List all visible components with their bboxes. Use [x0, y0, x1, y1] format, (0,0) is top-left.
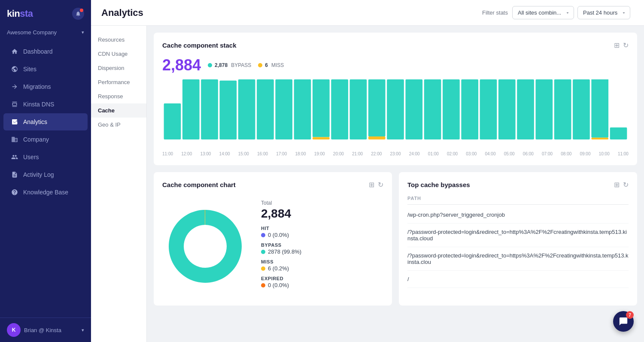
- subnav-item-resources[interactable]: Resources: [91, 33, 146, 47]
- time-labels: 11:0012:0013:0014:0015:0016:0017:0018:00…: [162, 150, 629, 156]
- svg-rect-11: [331, 79, 348, 139]
- svg-rect-15: [387, 79, 404, 139]
- sidebar-item-analytics[interactable]: Analytics: [3, 113, 88, 130]
- refresh-icon[interactable]: ↻: [623, 41, 629, 49]
- time-label: 04:00: [485, 151, 495, 156]
- expired-count: 0 (0.0%): [268, 282, 289, 288]
- top-bypasses-card: Top cache bypasses ⊞ ↻ PATH /wp-cron.php…: [399, 172, 637, 306]
- svg-rect-22: [517, 79, 534, 139]
- bypasses-expand-icon[interactable]: ⊞: [614, 181, 620, 189]
- miss-dot: [258, 63, 262, 67]
- user-chevron-icon: ▾: [82, 327, 84, 333]
- charts-area: Cache component stack ⊞ ↻ 2,884 2,878 BY…: [147, 26, 644, 342]
- time-label: 06:00: [523, 151, 534, 156]
- top-bypasses-title: Top cache bypasses: [407, 181, 470, 188]
- company-selector[interactable]: Awesome Company ▾: [0, 26, 91, 39]
- svg-rect-16: [405, 79, 422, 139]
- sidebar-item-migrations[interactable]: Migrations: [3, 78, 88, 95]
- miss-donut-dot: [261, 266, 265, 271]
- page-title: Analytics: [101, 7, 482, 18]
- time-label: 14:00: [219, 151, 230, 156]
- subnav-item-dispersion[interactable]: Dispersion: [91, 61, 146, 75]
- chat-button[interactable]: 7: [613, 311, 634, 332]
- hit-dot: [261, 233, 265, 237]
- legend-bypass-row: BYPASS 2878 (99.8%): [261, 242, 383, 255]
- time-label: 20:00: [333, 151, 344, 156]
- subnav-item-cache[interactable]: Cache: [91, 103, 146, 118]
- bypass-table: PATH /wp-cron.php?server_triggered_cronj…: [407, 196, 629, 288]
- svg-rect-7: [275, 79, 292, 139]
- bypass-row-3: /: [407, 271, 629, 288]
- legend-miss: 6 MISS: [258, 62, 284, 68]
- company-name: Awesome Company: [7, 29, 80, 36]
- donut-svg: [162, 203, 248, 289]
- user-info[interactable]: K Brian @ Kinsta: [7, 323, 61, 337]
- sidebar-item-kinsta-dns[interactable]: Kinsta DNS: [3, 96, 88, 113]
- sidebar-item-knowledge-base[interactable]: Knowledge Base: [3, 184, 88, 201]
- avatar: K: [7, 323, 21, 337]
- svg-rect-24: [554, 79, 571, 139]
- subnav-item-performance[interactable]: Performance: [91, 75, 146, 89]
- time-label: 10:00: [599, 151, 610, 156]
- legend-hit-row: HIT 0 (0.0%): [261, 226, 383, 238]
- donut-legend: Total 2,884 HIT 0 (0.0%) BYPASS: [261, 200, 383, 293]
- sidebar-item-activity-log[interactable]: Activity Log: [3, 166, 88, 183]
- user-name: Brian @ Kinsta: [24, 327, 61, 333]
- stack-total: 2,884: [162, 56, 201, 74]
- sidebar-item-company[interactable]: Company: [3, 131, 88, 148]
- donut-total-label: Total: [261, 200, 383, 206]
- time-label: 02:00: [447, 151, 458, 156]
- bypass-count: 2,878: [215, 62, 228, 68]
- sidebar-item-sites[interactable]: Sites: [3, 61, 88, 78]
- expand-icon[interactable]: ⊞: [614, 41, 620, 49]
- notification-bell[interactable]: [72, 8, 84, 20]
- svg-rect-25: [573, 79, 590, 139]
- analytics-icon: [10, 118, 19, 126]
- bypass-row-0: /wp-cron.php?server_triggered_cronjob: [407, 206, 629, 224]
- migration-icon: [10, 82, 19, 91]
- sidebar-item-dashboard[interactable]: Dashboard: [3, 43, 88, 60]
- subnav-item-response[interactable]: Response: [91, 89, 146, 103]
- pie-refresh-icon[interactable]: ↻: [378, 181, 383, 189]
- pie-expand-icon[interactable]: ⊞: [369, 181, 374, 189]
- subnav-item-cdn-usage[interactable]: CDN Usage: [91, 47, 146, 61]
- content-area: Resources CDN Usage Dispersion Performan…: [91, 26, 644, 342]
- svg-rect-12: [350, 79, 367, 139]
- svg-rect-18: [443, 79, 460, 139]
- sidebar-nav: Dashboard Sites Migrations Kinsta DNS An…: [0, 42, 91, 201]
- globe-icon: [10, 65, 19, 73]
- svg-rect-4: [220, 81, 237, 139]
- company-icon: [10, 135, 19, 144]
- miss-label: MISS: [271, 62, 284, 68]
- bypasses-refresh-icon[interactable]: ↻: [623, 181, 629, 189]
- charts-bottom-row: Cache component chart ⊞ ↻ Total 2,884 H: [154, 172, 637, 312]
- svg-rect-6: [257, 79, 274, 139]
- time-label: 03:00: [466, 151, 477, 156]
- bypass-type: BYPASS: [261, 242, 383, 248]
- filter-time-select[interactable]: Past 24 hours: [577, 6, 630, 19]
- time-label: 24:00: [409, 151, 420, 156]
- stack-stat: 2,884 2,878 BYPASS 6 MISS: [162, 56, 629, 74]
- svg-rect-28: [610, 127, 627, 139]
- filter-sites-select[interactable]: All sites combin...: [512, 6, 574, 19]
- time-label: 17:00: [276, 151, 287, 156]
- cache-pie-card: Cache component chart ⊞ ↻ Total 2,884 H: [154, 172, 392, 306]
- sidebar-item-users[interactable]: Users: [3, 148, 88, 166]
- time-label: 22:00: [371, 151, 382, 156]
- knowledge-base-icon: [10, 188, 19, 197]
- chat-badge: 7: [626, 311, 634, 319]
- topbar: Analytics Filter stats All sites combin.…: [91, 0, 644, 26]
- bar-chart-container: 11:0012:0013:0014:0015:0016:0017:0018:00…: [162, 79, 629, 157]
- hit-type: HIT: [261, 226, 383, 231]
- subnav-item-geo-ip[interactable]: Geo & IP: [91, 118, 146, 132]
- svg-rect-14: [368, 136, 386, 139]
- svg-rect-23: [536, 79, 553, 139]
- donut-container: Total 2,884 HIT 0 (0.0%) BYPASS: [162, 196, 383, 297]
- cache-stack-title: Cache component stack: [162, 42, 237, 49]
- time-label: 09:00: [580, 151, 590, 156]
- svg-rect-26: [591, 79, 608, 138]
- time-label: 19:00: [314, 151, 325, 156]
- expired-dot: [261, 283, 265, 288]
- cache-stack-icons: ⊞ ↻: [614, 41, 629, 49]
- bypass-donut-count: 2878 (99.8%): [268, 248, 301, 255]
